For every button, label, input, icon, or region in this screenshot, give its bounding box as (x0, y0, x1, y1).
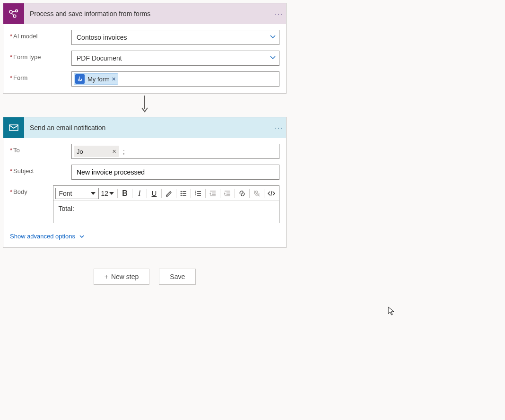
label-ai-model: *AI model (10, 30, 71, 40)
token-remove[interactable]: ✕ (112, 76, 116, 82)
body-textarea[interactable]: Total: (53, 201, 279, 223)
step-card-process-form: Process and save information from forms … (3, 3, 287, 94)
mail-icon (3, 117, 24, 138)
label-body: *Body (10, 185, 53, 195)
to-input[interactable]: Jo ✕ ; (71, 144, 279, 159)
svg-point-1 (16, 10, 18, 12)
touch-icon (75, 74, 85, 84)
svg-point-2 (13, 15, 16, 18)
indent-button (222, 187, 233, 200)
label-form-type: *Form type (10, 51, 71, 61)
outdent-button (207, 187, 218, 200)
font-select[interactable]: Font (55, 188, 99, 199)
svg-point-0 (9, 10, 12, 13)
mouse-cursor (388, 306, 395, 317)
form-type-select[interactable]: PDF Document (71, 51, 279, 66)
card-title: Process and save information from forms (24, 10, 272, 18)
underline-button[interactable]: U (148, 187, 160, 200)
svg-point-7 (181, 191, 182, 192)
link-button[interactable] (236, 187, 248, 200)
svg-line-4 (11, 13, 14, 16)
bullet-list-button[interactable] (178, 187, 189, 200)
svg-text:3: 3 (195, 194, 196, 197)
flow-arrow (3, 94, 287, 117)
subject-input[interactable] (71, 165, 279, 180)
step-card-send-email: Send an email notification ··· *To Jo ✕ … (3, 117, 287, 248)
unlink-button (251, 187, 262, 200)
italic-button[interactable]: I (134, 187, 145, 200)
svg-point-8 (181, 192, 182, 194)
font-size-select[interactable]: 12 (101, 190, 114, 197)
body-editor: Font 12 B I U (53, 185, 279, 223)
svg-point-9 (181, 194, 182, 196)
rte-toolbar: Font 12 B I U (53, 186, 279, 201)
plus-icon: + (104, 273, 108, 280)
card-menu-button[interactable]: ··· (272, 124, 286, 131)
new-step-button[interactable]: + New step (94, 269, 150, 285)
bold-button[interactable]: B (119, 187, 131, 200)
flow-actions: + New step Save (3, 248, 287, 285)
code-view-button[interactable] (266, 187, 277, 200)
recipient-pill[interactable]: Jo ✕ (74, 146, 119, 157)
card-menu-button[interactable]: ··· (272, 10, 286, 18)
numbered-list-button[interactable]: 123 (192, 187, 204, 200)
ai-model-select[interactable]: Contoso invoices (71, 30, 279, 45)
card-header[interactable]: Send an email notification ··· (3, 117, 286, 138)
form-token[interactable]: My form ✕ (74, 73, 118, 85)
pill-remove[interactable]: ✕ (112, 149, 116, 155)
show-advanced-options[interactable]: Show advanced options (3, 230, 286, 247)
save-button[interactable]: Save (159, 269, 196, 285)
card-header[interactable]: Process and save information from forms … (3, 3, 286, 24)
form-input[interactable]: My form ✕ (71, 71, 279, 87)
label-to: *To (10, 144, 71, 154)
label-subject: *Subject (10, 165, 71, 175)
label-form: *Form (10, 71, 71, 81)
chevron-down-icon (270, 34, 276, 42)
highlight-button[interactable] (163, 187, 174, 200)
chevron-down-icon (270, 54, 276, 62)
svg-rect-6 (9, 125, 18, 131)
ai-builder-icon (3, 3, 24, 24)
card-title: Send an email notification (24, 124, 272, 131)
